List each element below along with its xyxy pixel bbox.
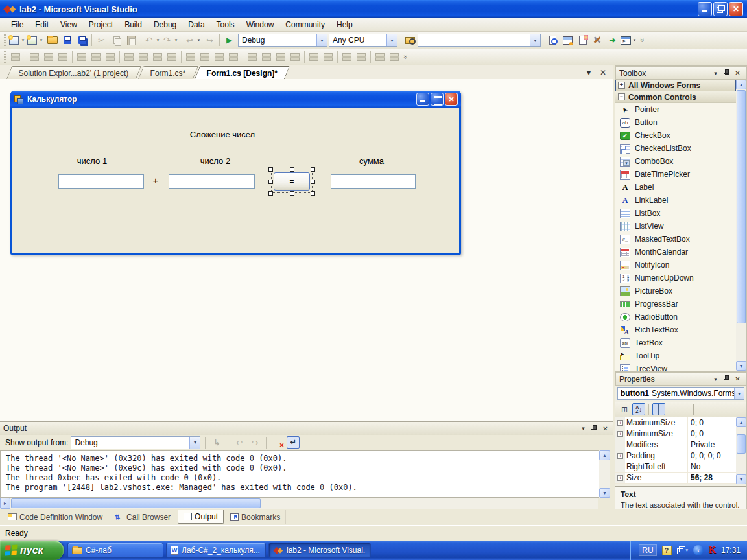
navigate-backward-button[interactable]: ▾: [184, 33, 202, 47]
selection-handle[interactable]: [268, 191, 273, 196]
scroll-up-button[interactable]: ▴: [599, 450, 610, 460]
redo-button[interactable]: ▾: [161, 33, 180, 47]
align-bottoms-button[interactable]: [103, 51, 117, 64]
solution-configurations-combobox[interactable]: Debug ▾: [238, 34, 327, 47]
lock-controls-button[interactable]: [387, 51, 401, 64]
toggle-word-wrap-button[interactable]: [287, 436, 300, 449]
alphabetical-button[interactable]: [632, 403, 645, 415]
property-value[interactable]: 0; 0; 0; 0: [688, 451, 736, 460]
toolbox-item-monthcalendar[interactable]: MonthCalendar: [615, 246, 736, 259]
toolbox-item-tooltip[interactable]: ToolTip: [615, 349, 736, 362]
toolbox-category-all-windows-forms[interactable]: All Windows Forms: [615, 80, 736, 91]
language-indicator[interactable]: RU: [639, 544, 656, 556]
scroll-down-button[interactable]: ▾: [736, 474, 746, 484]
scroll-right-button[interactable]: ▸: [0, 498, 10, 509]
previous-message-button[interactable]: [233, 436, 246, 449]
output-vertical-scrollbar[interactable]: ▴ ▾: [599, 450, 610, 498]
selection-handle[interactable]: [311, 191, 315, 196]
command-window-button[interactable]: ▾: [620, 33, 638, 47]
make-same-width-button[interactable]: [122, 51, 136, 64]
remove-vertical-spacing-button[interactable]: [288, 51, 302, 64]
toolbar-grip[interactable]: [3, 34, 6, 46]
find-in-files-button[interactable]: [403, 33, 418, 47]
toolbox-item-treeview[interactable]: TreeView: [615, 362, 736, 371]
help-tray-icon[interactable]: [662, 546, 672, 555]
object-browser-button[interactable]: [575, 33, 590, 47]
number1-label[interactable]: число 1: [53, 156, 131, 166]
menu-item-build[interactable]: Build: [119, 19, 148, 30]
property-row[interactable]: MinimumSize 0; 0: [615, 428, 736, 439]
make-horizontal-spacing-equal-button[interactable]: [184, 51, 198, 64]
save-button[interactable]: [60, 33, 75, 47]
scroll-down-button[interactable]: ▾: [736, 361, 746, 371]
toolbox-item-maskedtextbox[interactable]: MaskedTextBox: [615, 233, 736, 246]
menu-item-project[interactable]: Project: [83, 19, 119, 30]
menu-item-view[interactable]: View: [54, 19, 83, 30]
chevron-down-icon[interactable]: ▾: [734, 388, 744, 399]
align-rights-button[interactable]: [56, 51, 70, 64]
active-files-chevron-button[interactable]: ▾: [584, 67, 594, 78]
scroll-down-button[interactable]: ▾: [599, 488, 610, 498]
chevron-down-icon[interactable]: ▾: [386, 34, 397, 46]
toolbox-item-combobox[interactable]: ComboBox: [615, 155, 736, 168]
increase-vertical-spacing-button[interactable]: [259, 51, 274, 64]
toolbox-item-progressbar[interactable]: ProgressBar: [615, 298, 736, 310]
menu-item-community[interactable]: Community: [279, 19, 331, 30]
tab-solution-explorer[interactable]: Solution Explor...ab2' (1 project): [6, 66, 141, 79]
property-pages-button[interactable]: [687, 403, 700, 415]
selection-handle[interactable]: [311, 167, 315, 172]
navigate-forward-button[interactable]: [202, 33, 217, 47]
toolbar-overflow-button[interactable]: »: [402, 52, 410, 62]
properties-view-button[interactable]: [652, 403, 665, 415]
expand-icon[interactable]: [617, 431, 623, 437]
property-value[interactable]: 0; 0: [688, 418, 736, 427]
solution-platforms-combobox[interactable]: Any CPU ▾: [329, 34, 397, 47]
remove-horizontal-spacing-button[interactable]: [226, 51, 241, 64]
chevron-down-icon[interactable]: ▾: [316, 34, 327, 46]
goto-message-button[interactable]: [210, 436, 223, 449]
properties-close-button[interactable]: [733, 374, 742, 384]
form-close-button[interactable]: ✕: [445, 93, 458, 106]
menu-item-window[interactable]: Window: [241, 19, 280, 30]
chevron-down-icon[interactable]: ▾: [686, 548, 689, 553]
make-same-size-button[interactable]: [165, 51, 179, 64]
toolbox-item-checkbox[interactable]: CheckBox: [615, 129, 736, 142]
equals-button[interactable]: =: [274, 172, 310, 191]
properties-header[interactable]: Properties: [615, 372, 746, 386]
toolbar-overflow-button[interactable]: »: [639, 36, 646, 45]
scrollbar-thumb[interactable]: [737, 90, 746, 323]
property-row[interactable]: RightToLeft No: [615, 461, 736, 472]
property-row[interactable]: Size 56; 28: [615, 472, 736, 484]
object-selector-combobox[interactable]: button1 System.Windows.Forms.Bu ▾: [617, 387, 744, 400]
heading-label[interactable]: Сложение чисел: [164, 130, 281, 139]
taskbar-item-visual-studio[interactable]: lab2 - Microsoft Visual...: [268, 542, 371, 558]
align-centers-button[interactable]: [42, 51, 56, 64]
property-row[interactable]: Modifiers Private: [615, 439, 736, 450]
align-tops-button[interactable]: [75, 51, 89, 64]
open-file-button[interactable]: [45, 33, 60, 47]
paste-button[interactable]: [124, 33, 139, 47]
close-button[interactable]: ✕: [729, 2, 743, 16]
align-lefts-button[interactable]: [27, 51, 42, 64]
scrollbar-thumb[interactable]: [11, 498, 261, 508]
antivirus-tray-icon[interactable]: [709, 545, 716, 555]
expand-icon[interactable]: [617, 475, 623, 481]
menu-item-debug[interactable]: Debug: [148, 19, 182, 30]
sum-textbox[interactable]: [331, 174, 416, 189]
tab-output[interactable]: Output: [178, 510, 224, 524]
property-value[interactable]: 0; 0: [688, 429, 736, 438]
scrollbar-thumb[interactable]: [737, 434, 746, 454]
categorized-button[interactable]: [618, 403, 631, 415]
toolbox-close-button[interactable]: [733, 68, 742, 78]
toolbox-item-linklabel[interactable]: LinkLabel: [615, 194, 736, 207]
collapse-icon[interactable]: [618, 93, 625, 100]
menu-item-help[interactable]: Help: [331, 19, 359, 30]
decrease-vertical-spacing-button[interactable]: [274, 51, 288, 64]
toolbox-item-checkedlistbox[interactable]: CheckedListBox: [615, 142, 736, 155]
property-row[interactable]: Padding 0; 0; 0; 0: [615, 450, 736, 461]
property-value[interactable]: Private: [688, 440, 736, 449]
toolbox-item-label[interactable]: Label: [615, 181, 736, 194]
sum-label[interactable]: сумма: [333, 156, 410, 166]
align-middles-button[interactable]: [89, 51, 103, 64]
design-surface[interactable]: Калькулятор ✕ Сложение чисел число 1 чис…: [0, 79, 613, 421]
